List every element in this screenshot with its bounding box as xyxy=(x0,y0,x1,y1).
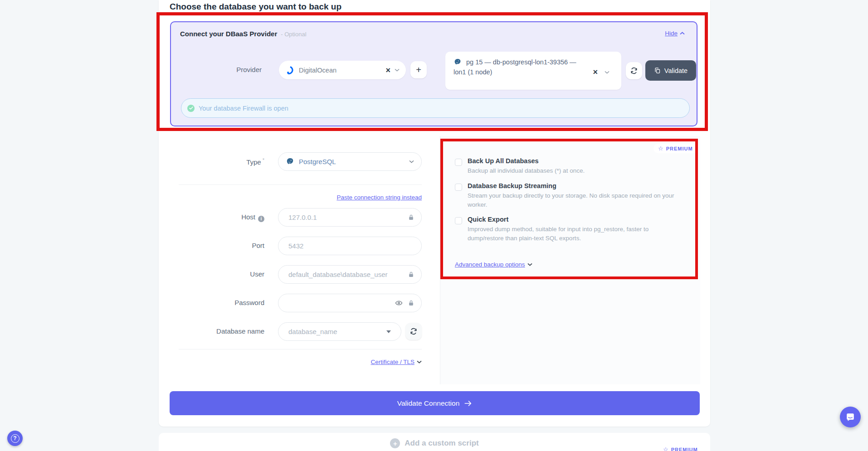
validate-provider-button[interactable]: Validate xyxy=(645,60,696,81)
paste-connection-row: Paste connection string instead xyxy=(278,193,422,201)
firewall-status-text: Your database Firewall is open xyxy=(199,105,288,112)
option-backup-streaming: Database Backup Streaming Stream your ba… xyxy=(455,182,684,209)
digitalocean-icon xyxy=(286,66,294,74)
form-divider-top xyxy=(179,184,422,185)
user-label: User xyxy=(170,270,264,278)
backup-streaming-checkbox[interactable] xyxy=(455,184,462,191)
premium-badge-label: PREMIUM xyxy=(671,447,698,451)
plus-circle-icon: + xyxy=(390,438,400,448)
backup-all-checkbox[interactable] xyxy=(455,159,462,166)
type-label: Type* xyxy=(170,157,264,166)
refresh-icon xyxy=(630,67,638,74)
premium-badge: ☆ PREMIUM xyxy=(653,144,697,153)
type-label-text: Type xyxy=(246,158,261,166)
database-name-label: Database name xyxy=(170,327,264,335)
chevron-down-icon xyxy=(409,160,414,163)
check-circle-icon xyxy=(187,105,195,112)
host-field-wrap xyxy=(278,208,422,227)
option-label[interactable]: Quick Export xyxy=(468,216,684,223)
custom-script-title: Add a custom script xyxy=(405,439,478,448)
option-description: Backup all individual databases (*) at o… xyxy=(468,166,681,175)
port-label: Port xyxy=(170,242,264,249)
eye-icon[interactable] xyxy=(395,299,403,307)
arrow-right-icon xyxy=(464,400,472,407)
premium-badge-label: PREMIUM xyxy=(666,146,693,151)
option-label[interactable]: Back Up All Databases xyxy=(468,157,684,165)
certificate-tls-link[interactable]: Certificate / TLS xyxy=(371,359,422,365)
database-name-select[interactable]: database_name xyxy=(278,322,401,341)
chevron-down-icon[interactable] xyxy=(605,71,610,74)
lock-icon xyxy=(408,214,414,221)
lock-icon xyxy=(408,271,414,278)
postgresql-icon xyxy=(454,58,462,66)
chevron-down-icon xyxy=(417,360,422,364)
star-icon: ☆ xyxy=(663,446,668,451)
hide-panel-link[interactable]: Hide xyxy=(665,30,685,37)
chevron-down-icon xyxy=(527,263,532,266)
clear-database-icon[interactable]: × xyxy=(593,68,598,76)
type-select-value: PostgreSQL xyxy=(299,158,409,165)
refresh-database-names-button[interactable] xyxy=(405,323,422,340)
backup-setup-page: Choose the database you want to back up … xyxy=(0,0,868,451)
option-backup-all: Back Up All Databases Backup all individ… xyxy=(455,157,684,175)
option-quick-export: Quick Export Improved dump method, suita… xyxy=(455,216,684,242)
database-instance-select[interactable]: pg 15 — db-postgresql-lon1-39356 — lon1 … xyxy=(445,52,621,90)
caret-down-icon xyxy=(386,330,391,333)
paste-connection-string-link[interactable]: Paste connection string instead xyxy=(336,194,422,201)
provider-select-value: DigitalOcean xyxy=(299,67,385,74)
type-select[interactable]: PostgreSQL xyxy=(278,152,422,171)
option-description: Stream your backup directly to your stor… xyxy=(468,191,681,209)
dbaas-title-text: Connect your DBaaS Provider xyxy=(180,30,277,38)
premium-badge: ☆ PREMIUM xyxy=(658,445,702,451)
provider-label: Provider xyxy=(221,66,262,73)
advanced-link-label: Advanced backup options xyxy=(455,261,525,268)
question-mark-icon: ? xyxy=(11,434,20,443)
option-description: Improved dump method, suitable for input… xyxy=(468,225,681,242)
dbaas-panel-title: Connect your DBaaS Provider- Optional xyxy=(180,30,307,38)
star-icon: ☆ xyxy=(658,145,663,152)
database-instance-value: pg 15 — db-postgresql-lon1-39356 — lon1 … xyxy=(454,58,576,76)
lock-icon xyxy=(408,300,414,306)
help-button[interactable]: ? xyxy=(7,431,23,446)
firewall-status-bar: Your database Firewall is open xyxy=(181,98,690,118)
required-asterisk: * xyxy=(263,157,264,163)
info-icon[interactable]: i xyxy=(258,216,264,222)
certificate-row: Certificate / TLS xyxy=(278,358,422,366)
form-divider-bottom xyxy=(179,349,422,349)
custom-script-header[interactable]: + Add a custom script xyxy=(159,438,710,448)
dbaas-provider-panel: Connect your DBaaS Provider- Optional Hi… xyxy=(170,21,697,126)
user-input[interactable] xyxy=(278,265,422,284)
hide-link-label: Hide xyxy=(665,30,678,37)
advanced-backup-options-link[interactable]: Advanced backup options xyxy=(455,261,532,268)
password-field-wrap xyxy=(278,294,422,312)
password-label: Password xyxy=(170,299,264,306)
validate-button-label: Validate xyxy=(664,67,688,74)
chat-bubble-icon xyxy=(845,412,855,422)
host-label-text: Host xyxy=(241,213,255,221)
user-field-wrap xyxy=(278,265,422,284)
refresh-icon xyxy=(410,328,417,335)
optional-label: - Optional xyxy=(281,31,306,38)
quick-export-checkbox[interactable] xyxy=(455,217,462,224)
port-input[interactable] xyxy=(278,237,422,255)
add-provider-button[interactable]: + xyxy=(410,61,427,78)
host-label: Hosti xyxy=(170,213,264,222)
copy-document-icon xyxy=(654,67,661,74)
host-input[interactable] xyxy=(278,208,422,227)
chevron-down-icon[interactable] xyxy=(395,68,400,72)
option-label[interactable]: Database Backup Streaming xyxy=(468,182,684,189)
clear-provider-icon[interactable]: × xyxy=(385,66,390,74)
postgresql-icon xyxy=(286,157,294,166)
port-field-wrap xyxy=(278,237,422,255)
validate-connection-button[interactable]: Validate Connection xyxy=(170,391,700,415)
page-title: Choose the database you want to back up xyxy=(170,2,341,12)
certificate-link-label: Certificate / TLS xyxy=(371,359,414,365)
provider-select[interactable]: DigitalOcean × xyxy=(279,61,406,79)
chat-widget-button[interactable] xyxy=(840,407,861,427)
database-name-placeholder: database_name xyxy=(288,328,386,335)
validate-connection-label: Validate Connection xyxy=(397,399,460,407)
refresh-databases-button[interactable] xyxy=(626,62,642,79)
chevron-up-icon xyxy=(680,32,685,35)
